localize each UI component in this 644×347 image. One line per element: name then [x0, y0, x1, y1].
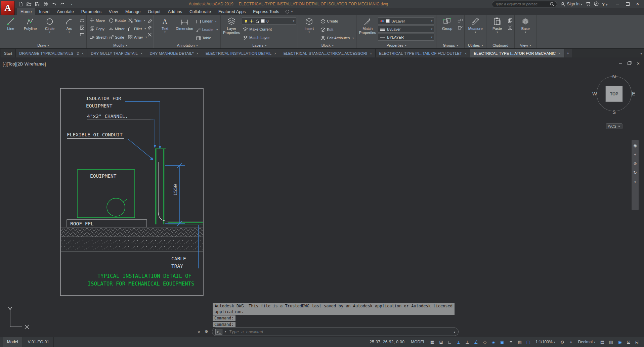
- panel-label-draw[interactable]: Draw: [0, 42, 86, 48]
- match-properties-button[interactable]: Match Properties: [358, 16, 377, 42]
- file-tab[interactable]: DRY MANHOLE DETAIL*: [146, 49, 202, 57]
- file-tab-start[interactable]: Start: [1, 49, 16, 57]
- mirror-button[interactable]: Mirror: [108, 25, 127, 33]
- ribbon-tab-manage[interactable]: Manage: [122, 8, 144, 15]
- ribbon-tab-parametric[interactable]: Parametric: [78, 8, 105, 15]
- steering-wheel-icon[interactable]: [633, 143, 637, 148]
- trim-button[interactable]: Trim: [127, 17, 146, 24]
- layout-tab[interactable]: V-01-EG-01: [24, 337, 54, 347]
- new-file-icon[interactable]: [17, 1, 24, 7]
- pan-icon[interactable]: [634, 152, 636, 157]
- leader-button[interactable]: Leader: [195, 26, 219, 33]
- doc-restore-button[interactable]: [627, 61, 632, 66]
- new-tab-button[interactable]: [564, 49, 572, 57]
- snap-mode-icon[interactable]: [437, 338, 445, 346]
- ribbon-tab-collaborate[interactable]: Collaborate: [186, 8, 215, 15]
- navbar-menu-icon[interactable]: [634, 179, 636, 184]
- file-tab[interactable]: ELECTRICAL-STANDA...CTRICAL ACCESSORI: [280, 49, 376, 57]
- make-current-button[interactable]: Make Current: [242, 26, 296, 33]
- help-search-box[interactable]: [492, 1, 557, 7]
- lock-ui-icon[interactable]: [607, 338, 615, 346]
- measure-button[interactable]: Measure: [466, 16, 484, 42]
- layer-selector-dropdown[interactable]: 0: [242, 17, 296, 25]
- offset-tool-icon[interactable]: [147, 25, 152, 30]
- explode-tool-icon[interactable]: [147, 32, 152, 37]
- viewcube-top-label[interactable]: TOP: [610, 92, 618, 96]
- tab-close-icon[interactable]: [140, 51, 142, 55]
- array-button[interactable]: Array: [127, 34, 146, 41]
- ribbon-tab-output[interactable]: Output: [144, 8, 164, 15]
- tab-close-icon[interactable]: [370, 51, 372, 55]
- file-tab[interactable]: DRAINAGE TYPICAL DETAILS - 2: [16, 49, 87, 57]
- rotate-button[interactable]: Rotate: [108, 17, 127, 24]
- linetype-dropdown[interactable]: BYLAYER: [378, 34, 434, 41]
- drawing-canvas[interactable]: [-][Top][2D Wireframe]: [0, 57, 644, 337]
- erase-tool-icon[interactable]: [147, 18, 152, 23]
- paste-button[interactable]: Paste: [488, 16, 506, 42]
- tab-overflow-icon[interactable]: [640, 52, 642, 55]
- model-space-toggle[interactable]: MODEL: [409, 338, 428, 346]
- tab-close-icon[interactable]: [196, 51, 198, 55]
- file-tab[interactable]: DRY GULLY TRAP DETAIL: [87, 49, 146, 57]
- tab-close-icon[interactable]: [465, 51, 467, 55]
- group-button[interactable]: Group: [438, 16, 456, 42]
- ribbon-tab-express-tools[interactable]: Express Tools: [249, 8, 283, 15]
- scale-button[interactable]: Scale: [108, 34, 127, 41]
- circle-button[interactable]: Circle: [41, 16, 59, 42]
- isodraft-icon[interactable]: [481, 338, 489, 346]
- line-button[interactable]: Line: [2, 16, 20, 42]
- help-icon[interactable]: ?: [602, 2, 607, 7]
- file-tab-active[interactable]: ELECTRICAL-TYPE I...ATOR FOR MECHANIC: [470, 49, 564, 57]
- object-snap-tracking-icon[interactable]: [489, 338, 498, 346]
- quick-properties-icon[interactable]: [598, 338, 606, 346]
- lineweight-dropdown[interactable]: ByLayer: [378, 26, 434, 33]
- close-button[interactable]: [633, 0, 643, 8]
- copy-clip-icon[interactable]: [508, 18, 513, 23]
- qat-customize-caret[interactable]: [67, 1, 75, 7]
- ribbon-tab-addins[interactable]: Add-ins: [164, 8, 186, 15]
- panel-label-properties[interactable]: Properties: [357, 42, 436, 48]
- panel-label-clipboard[interactable]: Clipboard: [486, 42, 514, 48]
- doc-close-button[interactable]: [636, 61, 641, 66]
- recent-commands-caret[interactable]: [225, 330, 226, 333]
- save-icon[interactable]: [34, 1, 41, 7]
- text-button[interactable]: A Text: [156, 16, 174, 42]
- fillet-button[interactable]: Fillet: [127, 25, 146, 33]
- doc-minimize-button[interactable]: [618, 61, 622, 66]
- compass-west[interactable]: W: [592, 91, 597, 96]
- command-input-bar[interactable]: [212, 328, 459, 336]
- tab-close-icon[interactable]: [82, 51, 84, 55]
- match-layer-button[interactable]: Match Layer: [242, 34, 296, 41]
- stretch-button[interactable]: Stretch: [88, 34, 108, 41]
- lineweight-display-icon[interactable]: [507, 338, 515, 346]
- polar-tracking-icon[interactable]: [472, 338, 480, 346]
- ribbon-tab-view[interactable]: View: [105, 8, 122, 15]
- object-color-dropdown[interactable]: ByLayer: [378, 17, 434, 25]
- ribbon-tab-featured-apps[interactable]: Featured Apps: [215, 8, 249, 15]
- tab-close-icon[interactable]: [274, 51, 276, 55]
- edit-attributes-button[interactable]: Edit Attributes: [319, 34, 355, 42]
- ribbon-display-toggle-icon[interactable]: [283, 8, 295, 15]
- sign-in-button[interactable]: Sign In: [560, 2, 582, 7]
- minimize-button[interactable]: [612, 0, 622, 8]
- viewport-controls[interactable]: [-][Top][2D Wireframe]: [3, 62, 46, 67]
- panel-label-layers[interactable]: Layers: [221, 42, 298, 48]
- model-tab[interactable]: Model: [3, 337, 23, 347]
- app-store-cart-icon[interactable]: [585, 1, 591, 7]
- compass-east[interactable]: E: [632, 91, 635, 96]
- create-block-button[interactable]: Create: [319, 17, 355, 25]
- undo-icon[interactable]: [50, 1, 58, 7]
- linear-dimension-button[interactable]: Linear: [195, 17, 219, 25]
- layer-properties-button[interactable]: Layer Properties: [222, 16, 241, 42]
- units-button[interactable]: Decimal: [576, 338, 598, 346]
- workspace-switching-icon[interactable]: [558, 338, 566, 346]
- compass-north[interactable]: N: [612, 74, 616, 79]
- panel-label-utilities[interactable]: Utilities: [465, 42, 486, 48]
- autocad-app-icon[interactable]: [1, 1, 15, 15]
- ribbon-tab-home[interactable]: Home: [17, 8, 35, 15]
- maximize-button[interactable]: [622, 0, 633, 8]
- panel-label-annotation[interactable]: Annotation: [154, 42, 220, 48]
- panel-label-view[interactable]: View: [515, 42, 536, 48]
- move-button[interactable]: Move: [88, 17, 108, 24]
- file-tab[interactable]: ELECTRICAL INSTALLATION DETAIL: [202, 49, 280, 57]
